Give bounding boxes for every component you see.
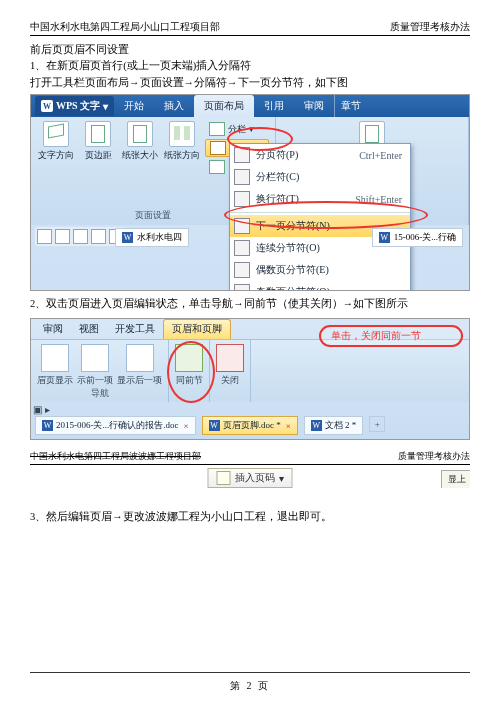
margins-label: 页边距 [85, 149, 112, 162]
page-title: 前后页页眉不同设置 [30, 42, 470, 57]
close-header-label: 关闭 [221, 374, 239, 387]
wps-logo-icon: W [41, 100, 53, 112]
menu-continuous-section-break-label: 连续分节符(O) [256, 241, 320, 255]
close-header-footer-button[interactable]: 关闭 [210, 340, 251, 402]
doc-tab-3-label: 文档 2 * [325, 419, 357, 432]
paper-size-icon [127, 121, 153, 147]
document-tab[interactable]: W 水利水电四 [115, 228, 189, 247]
tab-review-2[interactable]: 审阅 [35, 320, 71, 339]
tab-reference[interactable]: 引用 [254, 95, 294, 117]
column-break-icon [234, 169, 250, 185]
screenshot-wps-ribbon: W WPS 文字 ▾ 开始 插入 页面布局 引用 审阅 章节 文字方向 [30, 94, 470, 291]
tab-review[interactable]: 审阅 [294, 95, 334, 117]
doc-header-right: 质量管理考核办法 [390, 20, 470, 34]
tab-devtools[interactable]: 开发工具 [107, 320, 163, 339]
word-doc-icon: W [122, 232, 133, 243]
document-tab-right-label: 15-006-关...行确 [394, 231, 456, 244]
tab-page-layout[interactable]: 页面布局 [194, 95, 254, 117]
step1-path: 打开工具栏页面布局→页面设置→分隔符→下一页分节符，如下图 [30, 76, 470, 91]
doc-tab-3[interactable]: W 文档 2 * [304, 416, 364, 435]
tab-view[interactable]: 视图 [71, 320, 107, 339]
qat-item[interactable] [73, 229, 88, 244]
close-tab-icon[interactable]: × [286, 421, 291, 431]
doc-header-left: 中国水利水电第四工程局小山口工程项目部 [30, 20, 220, 34]
close-icon [216, 344, 244, 372]
text-direction-icon [43, 121, 69, 147]
paper-orient-icon [169, 121, 195, 147]
header-right-fragment: 显上 [441, 470, 470, 488]
menu-even-page-section-break-label: 偶数页分节符(E) [256, 263, 329, 277]
quick-access-toolbar [35, 227, 126, 246]
annotation-callout: 单击，关闭同前一节 [319, 325, 463, 347]
quick-access-bar-2: ▣ ▸ [33, 404, 50, 415]
step1-intro: 1、在新页眉页首行(或上一页末端)插入分隔符 [30, 59, 470, 74]
tab-start[interactable]: 开始 [114, 95, 154, 117]
new-tab-button[interactable]: + [369, 416, 385, 432]
close-tab-icon[interactable]: × [184, 421, 189, 431]
tab-header-footer[interactable]: 页眉和页脚 [163, 319, 231, 339]
tab-section[interactable]: 章节 [334, 95, 371, 117]
header-right-text: 质量管理考核办法 [398, 450, 470, 463]
menu-odd-page-section-break[interactable]: 奇数页分节符(O) [230, 281, 410, 291]
even-page-break-icon [234, 262, 250, 278]
insert-page-number-label: 插入页码 [235, 472, 275, 485]
qat-item[interactable] [37, 229, 52, 244]
paper-orient-label: 纸张方向 [164, 149, 200, 162]
insert-page-number-button[interactable]: 插入页码 ▾ [208, 468, 293, 488]
text-direction-button[interactable]: 文字方向 [37, 121, 75, 175]
paper-orient-button[interactable]: 纸张方向 [163, 121, 201, 175]
odd-page-break-icon [234, 284, 250, 291]
columns-icon [209, 122, 225, 136]
margins-button[interactable]: 页边距 [79, 121, 117, 175]
screenshot-header-edit: 中国水利水电第四工程局波波娜工程项目部 质量管理考核办法 插入页码 ▾ 显上 [30, 450, 470, 496]
breaks-icon [210, 141, 226, 155]
menu-even-page-section-break[interactable]: 偶数页分节符(E) [230, 259, 410, 281]
doc-tab-1-label: 2015-006-关...行确认的报告.doc [56, 419, 179, 432]
menu-column-break-label: 分栏符(C) [256, 170, 299, 184]
paper-size-button[interactable]: 纸张大小 [121, 121, 159, 175]
chevron-down-icon: ▾ [279, 473, 284, 484]
page-number-icon [217, 471, 231, 485]
qat-item[interactable] [91, 229, 106, 244]
text-direction-label: 文字方向 [38, 149, 74, 162]
wps-app-button[interactable]: W WPS 文字 ▾ [35, 96, 114, 116]
line-numbers-icon [209, 160, 225, 174]
margins-icon [85, 121, 111, 147]
menu-page-break-shortcut: Ctrl+Enter [359, 150, 402, 161]
footer-rule [30, 672, 470, 673]
wps-app-label: WPS 文字 [56, 99, 100, 113]
annotation-circle-link-prev [167, 341, 215, 403]
menu-odd-page-section-break-label: 奇数页分节符(O) [256, 285, 330, 291]
paper-size-label: 纸张大小 [122, 149, 158, 162]
word-doc-icon: W [379, 232, 390, 243]
continuous-break-icon [234, 240, 250, 256]
next-item-icon [126, 344, 154, 372]
prev-item-label: 示前一项 [77, 374, 113, 387]
step2: 2、双击页眉进入页眉编辑状态，单击导航→同前节（使其关闭）→如下图所示 [30, 297, 470, 312]
show-header-group: 眉页显示 示前一项 显示后一项 导航 [31, 340, 169, 402]
word-doc-icon: W [42, 420, 53, 431]
next-item-label: 显示后一项 [117, 374, 162, 387]
chevron-down-icon: ▾ [103, 101, 108, 112]
doc-tab-2[interactable]: W 页眉页脚.doc * × [202, 416, 298, 435]
show-header-icon [41, 344, 69, 372]
doc-tab-2-label: 页眉页脚.doc * [223, 419, 281, 432]
page-footer: 第 2 页 [0, 679, 500, 693]
document-tab-label: 水利水电四 [137, 231, 182, 244]
step3: 3、然后编辑页眉→更改波波娜工程为小山口工程，退出即可。 [30, 510, 470, 525]
header-left-text: 中国水利水电第四工程局波波娜工程项目部 [30, 450, 201, 463]
doc-tab-1[interactable]: W 2015-006-关...行确认的报告.doc × [35, 416, 196, 435]
screenshot-header-footer-ribbon: 审阅 视图 开发工具 页眉和页脚 眉页显示 示前一项 [30, 318, 470, 440]
show-header-label: 眉页显示 [37, 374, 73, 387]
word-doc-icon: W [209, 420, 220, 431]
word-doc-icon: W [311, 420, 322, 431]
qat-item[interactable] [55, 229, 70, 244]
tab-insert[interactable]: 插入 [154, 95, 194, 117]
prev-item-icon [81, 344, 109, 372]
menu-column-break[interactable]: 分栏符(C) [230, 166, 410, 188]
document-tab-right[interactable]: W 15-006-关...行确 [372, 228, 463, 247]
group-nav-label: 导航 [91, 387, 109, 400]
group-page-setup-label: 页面设置 [135, 207, 171, 225]
